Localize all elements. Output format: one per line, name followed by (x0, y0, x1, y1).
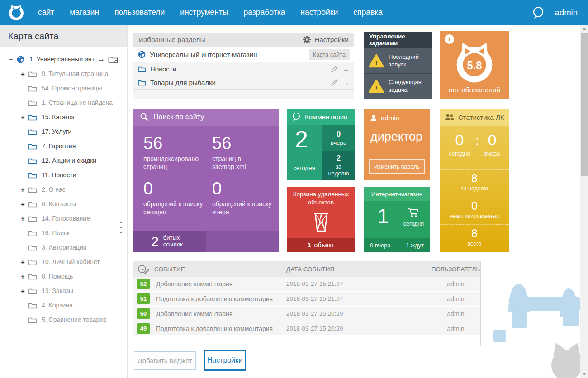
folder-icon (28, 114, 37, 121)
nav-menu-item[interactable]: сайт (38, 8, 54, 17)
sidebar-resize-handle[interactable] (119, 218, 122, 237)
scroll-down-button[interactable] (580, 370, 588, 378)
edit-pencil-icon[interactable] (331, 66, 338, 73)
tree-item[interactable]: + 2. О нас (0, 182, 127, 197)
admin-role: директор (364, 130, 430, 144)
tree-item[interactable]: + 11. Новости (0, 168, 127, 182)
nav-menu-item[interactable]: настройки (300, 8, 338, 17)
go-to-section-icon[interactable]: → (97, 55, 105, 64)
nav-menu-item[interactable]: инструменты (180, 8, 228, 17)
person-icon (370, 114, 377, 122)
favorite-folder-row[interactable]: Новости → (133, 62, 354, 76)
favorites-header: Избранные разделы Настройки (133, 33, 354, 47)
search-stat-value: 56 (143, 135, 212, 153)
expand-plus[interactable]: + (21, 200, 28, 208)
expand-plus[interactable]: + (21, 186, 28, 194)
tree-root-item[interactable]: − 1. Универсальный инт → (0, 52, 127, 66)
tree-item-label: 17. Услуги (42, 128, 71, 135)
trash-footer: 1 объект (287, 238, 355, 252)
tree-item[interactable]: + 1. Страница не найдена (0, 95, 127, 110)
chat-bubble-icon[interactable] (531, 6, 545, 19)
event-log-table: СОБЫТИЕ ДАТА СОБЫТИЯ ПОЛЬЗОВАТЕЛЬ 52 Доб… (133, 261, 480, 336)
dashboard-settings-button[interactable]: Настройки (204, 350, 246, 371)
shop-today-label: сегодня (403, 221, 424, 227)
search-stat-value: 56 (212, 135, 275, 153)
scrollbar-thumb[interactable] (581, 33, 588, 176)
tree-item[interactable]: + 10. Личный кабинет (0, 255, 127, 269)
change-password-button[interactable]: Изменить пароль (369, 159, 425, 174)
sitemap-sidebar: Карта сайта − 1. Универсальный инт → (0, 25, 128, 378)
vertical-scrollbar[interactable] (580, 25, 588, 378)
favorite-site-row[interactable]: Универсальный интернет-магазин Карта сай… (133, 47, 354, 62)
task-row[interactable]: ! Последний запуск (364, 48, 432, 73)
tree-item[interactable]: + 17. Услуги (0, 124, 127, 139)
comments-yesterday: 0 вчера (322, 125, 355, 151)
add-section-icon[interactable] (108, 55, 118, 63)
tree-item[interactable]: + 4. Корзина (0, 298, 127, 312)
expand-plus[interactable]: + (21, 258, 28, 266)
svg-text:5.8: 5.8 (467, 59, 482, 71)
shop-title: Интернет-магазин (364, 187, 430, 201)
tree-item-label: 12. Акции и скидки (42, 157, 96, 164)
sitemap-chip-button[interactable]: Карта сайта (309, 49, 350, 60)
tree-item[interactable]: + 13. Заказы (0, 284, 127, 298)
edit-pencil-icon[interactable] (331, 79, 338, 86)
folder-icon (28, 71, 37, 77)
event-date: 2018-03-27 15:21:07 (286, 280, 431, 287)
tree-item[interactable]: + 12. Акции и скидки (0, 153, 127, 168)
lk-stats-widget: Статистика ЛК 0 сегодня : 0 вчера 8 за н… (440, 109, 509, 252)
lk-week-value: 8 (440, 172, 509, 185)
col-event: СОБЫТИЕ (154, 266, 286, 273)
add-widget-button[interactable]: Добавить виджет (134, 351, 196, 370)
collapse-expander[interactable]: − (9, 56, 17, 63)
current-user[interactable]: admin (555, 8, 578, 18)
expand-plus[interactable]: + (21, 287, 28, 295)
lk-today-yesterday: 0 сегодня : 0 вчера (440, 126, 509, 169)
expand-plus[interactable]: + (21, 70, 28, 78)
trash-count: 1 (308, 241, 311, 249)
lk-yesterday-value: 0 (484, 132, 500, 148)
shop-today: сегодня (403, 208, 424, 227)
comments-today-label: сегодня (293, 165, 315, 171)
tree-item[interactable]: + 15. Каталог (0, 110, 127, 124)
decorative-illustration (491, 271, 586, 348)
tree-item[interactable]: + 9. Титульная страница (0, 66, 127, 81)
nav-menu-item[interactable]: пользователи (114, 8, 165, 17)
expand-plus[interactable]: + (21, 273, 28, 280)
expand-plus[interactable]: + (21, 215, 28, 222)
favorite-folder-row[interactable]: Товары для рыбалки → (133, 76, 354, 89)
nav-menu-item[interactable]: магазин (70, 8, 99, 17)
tree-item[interactable]: + 14. Голосование (0, 211, 127, 226)
scroll-up-button[interactable] (580, 25, 588, 33)
tree-item[interactable]: + 6. Контакты (0, 197, 127, 211)
sidebar-title: Карта сайта (0, 25, 127, 47)
folder-icon (28, 244, 37, 251)
comments-title: Комментарии (305, 113, 347, 121)
tree-item-label: 13. Заказы (42, 287, 73, 294)
gear-icon (303, 35, 311, 44)
expand-plus[interactable]: + (21, 113, 28, 121)
warning-icon: ! (368, 79, 384, 94)
search-stat-value: 0 (212, 180, 275, 198)
go-to-folder-icon[interactable]: → (342, 65, 350, 73)
tree-item[interactable]: + 5. Сравнение товаров (0, 312, 127, 327)
lk-stats-header: Статистика ЛК (440, 109, 509, 126)
folder-icon (28, 186, 37, 193)
nav-menu-item[interactable]: справка (353, 8, 383, 17)
go-to-folder-icon[interactable]: → (342, 79, 350, 87)
shop-today-value: 1 (378, 205, 389, 227)
tree-item[interactable]: + 54. Промо-страницы (0, 81, 127, 95)
trash-widget[interactable]: Корзина удаленных объектов 1 объект (287, 187, 355, 252)
favorites-settings-button[interactable]: Настройки (303, 35, 349, 44)
task-row[interactable]: ! Следующая задача (364, 73, 432, 99)
favorites-empty-row (133, 89, 354, 99)
tree-item[interactable]: + 8. Помощь (0, 269, 127, 284)
netcat-logo-icon[interactable] (7, 4, 25, 22)
event-text: Добавление комментария (154, 280, 286, 288)
nav-menu-item[interactable]: разработка (244, 8, 285, 17)
tree-item[interactable]: + 7. Гарантия (0, 139, 127, 153)
col-date: ДАТА СОБЫТИЯ (286, 266, 431, 273)
tree-item[interactable]: + 16. Поиск (0, 226, 127, 240)
tree-item[interactable]: + 3. Авторизация (0, 240, 127, 255)
broken-links-stat[interactable]: 2 битых ссылок (133, 231, 206, 252)
